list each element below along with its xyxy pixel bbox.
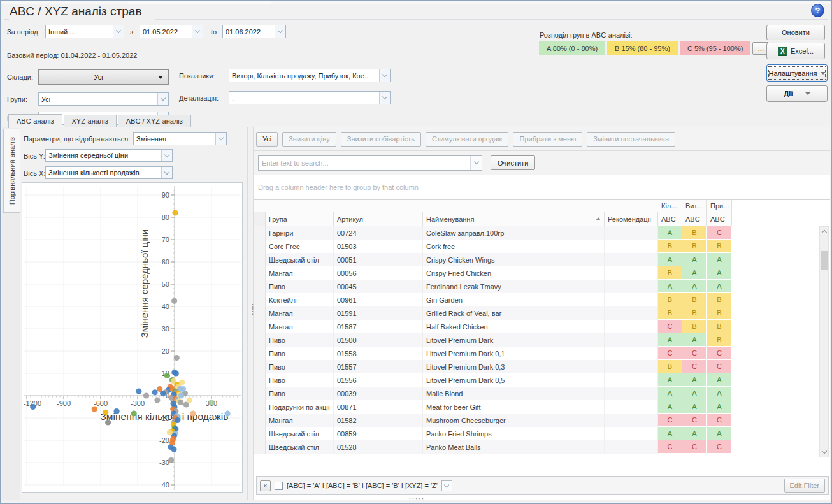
table-row[interactable]: Corc Free01503Cork freeBBB	[254, 240, 810, 253]
band-header-profit[interactable]: При...	[707, 200, 732, 212]
vertical-splitter[interactable]: ⋮⋮	[247, 127, 254, 500]
cell-rec	[605, 347, 658, 360]
date-to-label: to	[211, 28, 217, 36]
abc-label: ABC	[685, 215, 700, 223]
cell-ind	[254, 373, 266, 387]
window-tab-edge	[128, 1, 271, 4]
abc-badge-a: A 80% (0 - 80%)	[539, 41, 605, 55]
table-row[interactable]: Мангал00056Crispy Fried ChickenBAA	[254, 266, 810, 280]
cell-sku: 01556	[334, 373, 423, 387]
toolbar-button-0[interactable]: Усі	[256, 132, 278, 147]
refresh-button[interactable]: Оновити	[766, 25, 825, 40]
table-row[interactable]: Коктейлі00961Gin GardenBBB	[254, 293, 810, 306]
date-from-select[interactable]: 01.05.2022	[140, 25, 203, 38]
column-header-abc-revenue[interactable]: ABC	[682, 212, 707, 226]
filter-history-dropdown[interactable]	[441, 480, 452, 491]
actions-button[interactable]: Дії	[766, 85, 828, 102]
table-row[interactable]: Пиво01557Litovel Premium Dark 0,3BCC	[254, 360, 810, 373]
settings-label: Налаштування	[768, 69, 817, 77]
cell-filler	[732, 226, 810, 240]
table-scrollbar[interactable]	[819, 226, 829, 457]
chevron-down-icon[interactable]	[470, 156, 482, 170]
table-row[interactable]: Мангал01582Mushroom CheeseburgerCCC	[254, 414, 810, 427]
scroll-down-button[interactable]	[820, 447, 828, 457]
table-row[interactable]: Мангал01587Half Baked ChickenCBB	[254, 320, 810, 333]
side-tab-comparative-analysis[interactable]: Порівняльний аналіз	[3, 129, 20, 213]
cell-abc-0: A	[658, 333, 682, 347]
toolbar-button-4[interactable]: Прибрати з меню	[513, 132, 582, 147]
table-row[interactable]: Шведський стіл01528Panko Meat BallsCCC	[254, 440, 810, 454]
table-band-header: Кіл... Вит... При...	[254, 200, 810, 212]
period-select[interactable]: Інший ...	[45, 25, 124, 38]
group-by-hint: Drag a column header here to group by th…	[254, 175, 830, 200]
filter-icon[interactable]	[703, 217, 703, 222]
cell-ind	[254, 306, 266, 320]
displayed-params-select[interactable]: Змінення	[133, 132, 227, 145]
scroll-up-button[interactable]	[820, 227, 828, 236]
groups-select[interactable]: Усі	[38, 92, 169, 106]
edit-filter-button[interactable]: Edit Filter	[784, 479, 825, 493]
table-row[interactable]: Пиво01500Litovel Premium DarkAAB	[254, 333, 810, 347]
filter-icon[interactable]	[728, 217, 728, 222]
detail-select[interactable]: .	[229, 91, 391, 104]
indicators-select[interactable]: Виторг, Кількість продажу, Прибуток, Кое…	[229, 69, 391, 82]
scrollbar-thumb[interactable]	[821, 251, 828, 270]
column-header-group[interactable]: Група	[266, 212, 334, 226]
warehouses-select[interactable]: Усі	[38, 69, 169, 85]
table-row[interactable]: Шведський стіл00051Crispy Chicken WingsA…	[254, 253, 810, 266]
cell-rec	[605, 266, 658, 280]
column-header-abc-profit[interactable]: ABC	[707, 212, 732, 226]
cell-abc-1: C	[682, 440, 707, 454]
toolbar-button-5[interactable]: Змінити постачальника	[587, 132, 675, 147]
axis-y-select[interactable]: Змінення середньої ціни	[45, 149, 173, 162]
remove-filter-button[interactable]: ×	[260, 480, 271, 491]
cell-group: Мангал	[266, 266, 334, 280]
tab-abc-xyz-аналіз[interactable]: ABC / XYZ-аналіз	[118, 115, 191, 127]
filter-checkbox[interactable]	[275, 482, 283, 490]
cell-abc-0: A	[658, 373, 682, 387]
band-header-revenue[interactable]: Вит...	[682, 200, 707, 212]
table-row[interactable]: Пиво00045Ferdinand Lezak TmavyAAA	[254, 280, 810, 293]
displayed-params-label: Параметри, що відображаються:	[24, 135, 130, 143]
svg-text:90: 90	[162, 191, 169, 199]
column-header-recommendations[interactable]: Рекомендації	[605, 212, 658, 226]
excel-button[interactable]: X Excel...	[766, 43, 825, 59]
table-row[interactable]: Пиво01558Litovel Premium Dark 0,1CCC	[254, 347, 810, 360]
band-filler	[732, 200, 810, 212]
svg-text:70: 70	[162, 236, 169, 243]
scatter-point	[171, 298, 177, 304]
search-input[interactable]	[259, 159, 470, 167]
cell-filler	[732, 253, 810, 266]
toolbar-button-3[interactable]: Стимулювати продаж	[426, 132, 508, 147]
settings-button[interactable]: Налаштування	[766, 64, 828, 82]
toolbar-button-1[interactable]: Знизити ціну	[282, 132, 336, 147]
tab-xyz-аналіз[interactable]: XYZ-аналіз	[64, 115, 117, 127]
band-header-quantity[interactable]: Кіл...	[658, 200, 682, 212]
scatter-point	[160, 391, 166, 396]
column-header-abc-quantity[interactable]: ABC	[658, 212, 682, 226]
table-row[interactable]: Мангал01591Grilled Rack of Veal, вагBBB	[254, 306, 810, 320]
table-row[interactable]: Подарунки по акції00871Meat for beer Gif…	[254, 400, 810, 414]
help-button[interactable]: ?	[811, 4, 824, 17]
toolbar-button-2[interactable]: Знизити собівартість	[341, 132, 421, 147]
cell-abc-1: B	[682, 320, 707, 333]
table-row[interactable]: Шведський стіл00859Panko Fried ShrimpsAA…	[254, 427, 810, 440]
table-row[interactable]: Пиво01556Litovel Premium Dark 0,5AAA	[254, 373, 810, 387]
cell-group: Пиво	[266, 347, 334, 360]
dropdown-arrow-icon	[805, 92, 810, 95]
axis-x-select[interactable]: Змінення кількості продажів	[45, 166, 173, 179]
cell-ind	[254, 427, 266, 440]
groupbox-line-right	[155, 19, 828, 20]
cell-filler	[732, 400, 810, 414]
table-row[interactable]: Гарніри00724ColeSlaw заправл.100грABC	[254, 226, 810, 240]
tab-abc-аналіз[interactable]: ABC-аналіз	[8, 114, 62, 128]
clear-search-button[interactable]: Очистити	[491, 155, 535, 170]
search-box	[258, 155, 482, 171]
horizontal-splitter-grip[interactable]: ·····	[1, 494, 832, 503]
cell-ind	[254, 333, 266, 347]
column-header-name[interactable]: Найменування	[423, 212, 605, 226]
column-header-sku[interactable]: Артикул	[334, 212, 423, 226]
cell-abc-1: C	[682, 360, 707, 373]
date-to-select[interactable]: 01.06.2022	[222, 25, 286, 38]
table-row[interactable]: Пиво00039Malle BlondAAA	[254, 387, 810, 400]
